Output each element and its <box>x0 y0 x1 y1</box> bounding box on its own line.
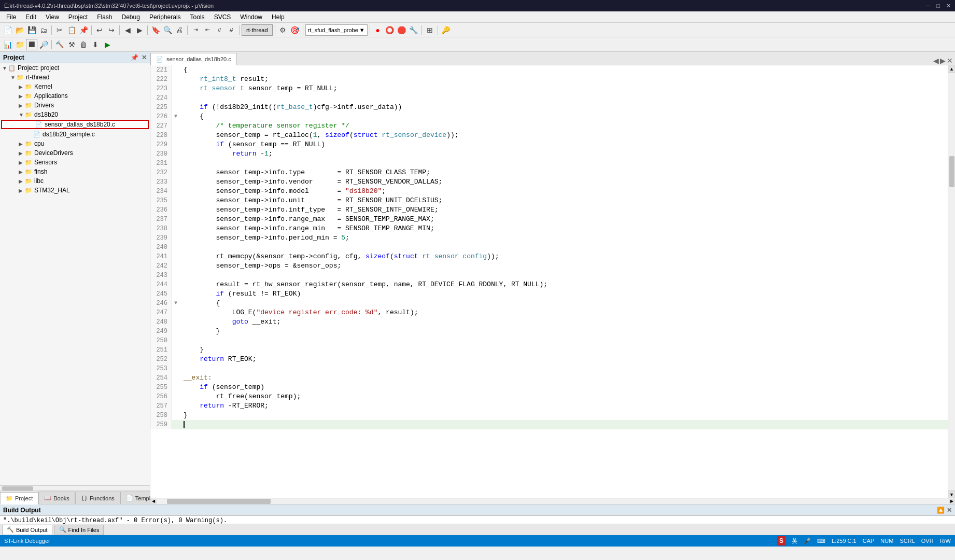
output-tab-find[interactable]: 🔍 Find In Files <box>54 525 104 535</box>
unindent-btn[interactable]: ⇤ <box>202 24 213 36</box>
run-btn[interactable]: ▶ <box>102 39 113 50</box>
tree-sensor-dallas[interactable]: 📄 sensor_dallas_ds18b20.c <box>1 120 149 129</box>
tab-label: sensor_dallas_ds18b20.c <box>166 56 231 62</box>
comment-btn[interactable]: // <box>214 24 225 36</box>
save-btn[interactable]: 💾 <box>26 24 37 36</box>
menu-project[interactable]: Project <box>64 12 92 22</box>
tree-ds18b20-sample[interactable]: 📄 ds18b20_sample.c <box>0 130 150 139</box>
linenum-229: 229 <box>150 140 172 149</box>
project-panel-pin[interactable]: 📌 <box>131 54 138 61</box>
tab-close-btn[interactable]: ✕ <box>947 57 953 65</box>
hscroll-right-btn[interactable]: ▶ <box>949 499 955 504</box>
tools-btn[interactable]: 🔑 <box>440 24 452 36</box>
nav-fwd-btn[interactable]: ▶ <box>134 24 145 36</box>
hscroll-thumb[interactable] <box>167 499 271 504</box>
fold-228 <box>172 131 179 140</box>
tree-devicedrivers[interactable]: ▶ 📁 DeviceDrivers <box>0 148 150 158</box>
undo-btn[interactable]: ↩ <box>94 24 105 36</box>
tab-left-arrow[interactable]: ◀ <box>933 57 939 65</box>
paste-btn[interactable]: 📌 <box>78 24 89 36</box>
editor-vscrollbar[interactable]: ▲ ▼ <box>948 65 955 498</box>
code-line-242: 242 sensor_temp->ops = &sensor_ops; <box>150 261 948 271</box>
scroll-thumb[interactable] <box>949 156 954 187</box>
indent-btn[interactable]: ⇥ <box>190 24 201 36</box>
menu-peripherals[interactable]: Peripherals <box>145 12 185 22</box>
save-all-btn[interactable]: 🗂 <box>38 24 49 36</box>
code-line-250: 250 <box>150 336 948 345</box>
target2-btn[interactable]: 🎯 <box>289 24 301 36</box>
scroll-up-btn[interactable]: ▲ <box>948 65 956 73</box>
menu-debug[interactable]: Debug <box>118 12 144 22</box>
project-panel-close[interactable]: ✕ <box>142 54 147 61</box>
files-window-btn[interactable]: 📁 <box>14 39 25 50</box>
menu-file[interactable]: File <box>2 12 20 22</box>
editor-tab-sensor-dallas[interactable]: 📄 sensor_dallas_ds18b20.c <box>150 53 237 65</box>
tree-ds18b20[interactable]: ▼ 📁 ds18b20 <box>0 110 150 119</box>
tree-sensors[interactable]: ▶ 📁 Sensors <box>0 158 150 167</box>
tree-rtthread[interactable]: ▼ 📁 rt-thread <box>0 73 150 82</box>
menu-view[interactable]: View <box>41 12 63 22</box>
debug-break-btn[interactable]: ⭕ <box>384 24 396 36</box>
editor-hscrollbar[interactable]: ◀ ▶ <box>150 498 955 504</box>
build-output-shrink[interactable]: 🔼 <box>937 507 945 514</box>
search-btn[interactable]: 🔍 <box>162 24 173 36</box>
bookmark-btn[interactable]: 🔖 <box>150 24 161 36</box>
window-controls[interactable]: ─ □ ✕ <box>926 3 951 9</box>
tree-libc[interactable]: ▶ 📁 libc <box>0 176 150 186</box>
tree-kernel[interactable]: ▶ 📁 Kernel <box>0 82 150 91</box>
tree-applications[interactable]: ▶ 📁 Applications <box>0 91 150 101</box>
menu-svcs[interactable]: SVCS <box>210 12 235 22</box>
tab-project[interactable]: 📁 Project <box>0 492 38 505</box>
open-btn[interactable]: 📂 <box>14 24 25 36</box>
output-tab-build[interactable]: 🔨 Build Output <box>2 525 52 535</box>
project-window-btn[interactable]: 📊 <box>2 39 13 50</box>
uncomment-btn[interactable]: // <box>226 24 237 36</box>
menu-flash[interactable]: Flash <box>93 12 116 22</box>
menu-tools[interactable]: Tools <box>186 12 209 22</box>
hscroll-left-btn[interactable]: ◀ <box>150 499 157 504</box>
fold-226[interactable]: ▼ <box>172 112 179 121</box>
expand-cpu: ▶ <box>19 141 24 147</box>
tree-root[interactable]: ▼ 📋 Project: project <box>0 63 150 73</box>
build-all-btn[interactable]: ⚒ <box>66 39 77 50</box>
tree-cpu[interactable]: ▶ 📁 cpu <box>0 139 150 148</box>
build-btn[interactable]: 🔨 <box>54 39 65 50</box>
view-toggle-btn[interactable]: ⊞ <box>424 24 436 36</box>
debug-config-btn[interactable]: 🔧 <box>408 24 419 36</box>
menu-help[interactable]: Help <box>268 12 289 22</box>
templates-btn[interactable]: ⬛ <box>26 39 37 50</box>
scroll-down-btn[interactable]: ▼ <box>948 491 956 498</box>
tree-drivers[interactable]: ▶ 📁 Drivers <box>0 101 150 110</box>
debug-view-btn[interactable]: 🔎 <box>38 39 49 50</box>
fold-246[interactable]: ▼ <box>172 299 179 308</box>
debug-start-btn[interactable]: ● <box>372 24 384 36</box>
target-settings-btn[interactable]: ⚙ <box>277 24 289 36</box>
debug-stop-btn[interactable]: 🛑 <box>396 24 408 36</box>
maximize-btn[interactable]: □ <box>936 3 940 9</box>
minimize-btn[interactable]: ─ <box>926 3 931 9</box>
download-btn[interactable]: ⬇ <box>90 39 101 50</box>
menu-window[interactable]: Window <box>236 12 266 22</box>
close-btn[interactable]: ✕ <box>946 3 951 9</box>
tab-functions[interactable]: {} Functions <box>75 492 120 504</box>
clean-btn[interactable]: 🗑 <box>78 39 89 50</box>
build-output-close[interactable]: ✕ <box>947 507 952 514</box>
linenum-230: 230 <box>150 149 172 159</box>
menu-edit[interactable]: Edit <box>21 12 40 22</box>
cut-btn[interactable]: ✂ <box>54 24 65 36</box>
tab-scroll-arrows[interactable]: ◀ ▶ ✕ <box>931 57 955 65</box>
print-btn[interactable]: 🖨 <box>174 24 185 36</box>
rtthread-label[interactable]: rt-thread <box>242 24 273 36</box>
fold-243 <box>172 271 179 280</box>
tree-stm32hal[interactable]: ▶ 📁 STM32_HAL <box>0 186 150 195</box>
redo-btn[interactable]: ↪ <box>106 24 117 36</box>
tab-books[interactable]: 📖 Books <box>38 492 75 504</box>
tree-finsh[interactable]: ▶ 📁 finsh <box>0 167 150 176</box>
tab-right-arrow[interactable]: ▶ <box>940 57 946 65</box>
project-hscroll[interactable] <box>0 485 150 491</box>
target-dropdown[interactable]: rt_sfud_flash_probe ▼ <box>305 24 368 36</box>
code-area[interactable]: 221 { 222 rt_int8_t result; 223 rt_senso… <box>150 65 948 498</box>
copy-btn[interactable]: 📋 <box>66 24 77 36</box>
nav-back-btn[interactable]: ◀ <box>122 24 133 36</box>
new-file-btn[interactable]: 📄 <box>2 24 13 36</box>
